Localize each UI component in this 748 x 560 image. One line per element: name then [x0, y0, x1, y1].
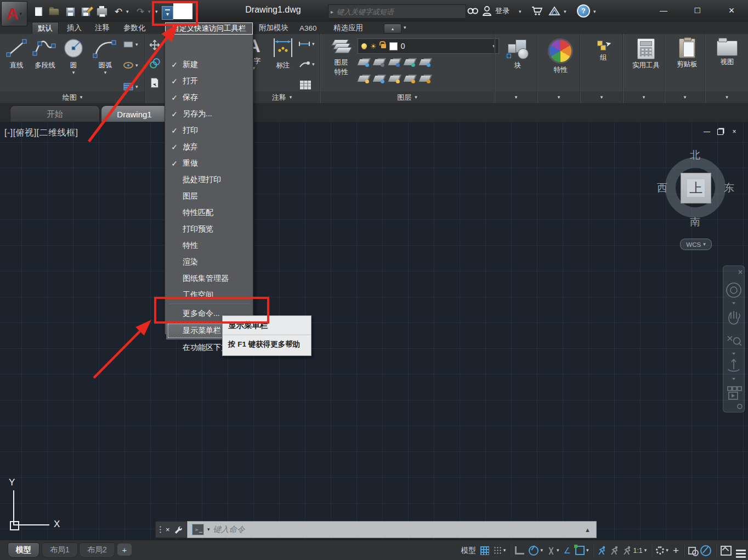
a360-dropdown-icon[interactable]: ▾ [564, 9, 566, 14]
annotation-scale-button[interactable]: 1:1 ▾ [623, 546, 647, 555]
panel-draw-strip[interactable]: 绘图 ▾ [0, 92, 145, 103]
command-prompt-dropdown-icon[interactable]: ▾ [207, 527, 210, 532]
panel-clipboard-strip[interactable]: ▾ [665, 92, 705, 103]
file-tab-drawing1[interactable]: Drawing1 [101, 105, 168, 122]
layer-tools-row2[interactable] [359, 76, 429, 82]
a360-icon[interactable] [548, 4, 560, 18]
panel-block-strip[interactable]: ▾ [495, 92, 537, 103]
undo-dropdown-icon[interactable]: ▾ [126, 9, 129, 14]
isometric-toggle[interactable]: ▾ [547, 547, 559, 555]
app-logo-button[interactable]: A ▾ [1, 1, 27, 26]
customize-wrench-icon[interactable] [174, 525, 182, 534]
menu-item-save[interactable]: ✓保存 [166, 89, 252, 106]
isolate-objects-button[interactable] [688, 547, 696, 555]
tool-copy-icon[interactable] [149, 58, 160, 71]
viewcube-top-face[interactable]: 上 [681, 173, 711, 203]
panel-utilities-expand-icon[interactable]: ▾ [643, 95, 645, 100]
menu-item-layer[interactable]: 图层 [166, 188, 252, 205]
save-as-button[interactable] [79, 5, 92, 18]
panel-annotate-strip[interactable]: 注释 ▾ [245, 92, 319, 103]
redo-button[interactable]: ↷ [134, 5, 147, 18]
tool-stretch-icon[interactable] [149, 77, 160, 91]
menu-item-plot-preview[interactable]: 打印预览 [166, 221, 252, 237]
command-input-area[interactable]: ＞_ ▾ 键入命令 ▲ [187, 521, 597, 538]
tool-table-icon[interactable] [299, 80, 311, 92]
sign-in-button[interactable]: 登录 [495, 4, 509, 18]
osnap-dropdown-icon[interactable]: ▾ [586, 548, 589, 553]
snap-dropdown-icon[interactable]: ▾ [503, 548, 506, 553]
menu-item-match-properties[interactable]: 特性匹配 [166, 205, 252, 221]
menu-item-batch-plot[interactable]: 批处理打印 [166, 172, 252, 188]
ucs-icon[interactable]: Y X [5, 477, 71, 538]
panel-clipboard-expand-icon[interactable]: ▾ [684, 95, 687, 100]
command-prompt-icon[interactable]: ＞_ [192, 524, 204, 535]
clean-screen-button[interactable] [721, 546, 732, 556]
tool-line[interactable]: 直线 [4, 37, 29, 70]
viewcube-west[interactable]: 西 [657, 181, 667, 195]
menu-item-undo[interactable]: ✓放弃 [166, 139, 252, 155]
annotation-autoscale-toggle[interactable] [610, 546, 619, 555]
command-placeholder[interactable]: 键入命令 [213, 524, 582, 535]
customization-menu-button[interactable] [736, 543, 746, 558]
workspace-switch-button[interactable]: ▾ [656, 546, 668, 555]
grid-toggle[interactable] [480, 546, 489, 555]
tool-move-icon[interactable] [149, 39, 160, 53]
tab-a360[interactable]: A360 [294, 22, 322, 34]
object-snap-toggle[interactable]: ▾ [575, 546, 589, 555]
tab-addins[interactable]: 附加模块 [253, 22, 294, 34]
isometric-dropdown-icon[interactable]: ▾ [557, 548, 559, 553]
wcs-dropdown[interactable]: WCS ▾ [680, 239, 712, 250]
layout-tab-model[interactable]: 模型 [8, 542, 39, 558]
menu-item-redo[interactable]: ✓重做 [166, 155, 252, 172]
panel-utilities-button[interactable]: 实用工具 [628, 38, 664, 70]
leader-dropdown-icon[interactable]: ▾ [312, 62, 315, 67]
undo-button[interactable]: ↶ [112, 5, 125, 18]
viewport-controls-label[interactable]: [-][俯视][二维线框] [4, 127, 78, 139]
tool-leader[interactable]: ▾ [298, 60, 315, 68]
panel-clipboard-button[interactable]: 剪贴板 [670, 38, 704, 69]
file-tab-start[interactable]: 开始 [10, 105, 100, 122]
menu-item-plot[interactable]: ✓打印 [166, 122, 252, 139]
grip-icon[interactable] [159, 525, 162, 534]
panel-view-strip[interactable]: ▾ [706, 92, 748, 103]
tab-default[interactable]: 默认 [32, 22, 59, 35]
customization-plus-button[interactable]: + [673, 545, 679, 557]
command-expand-icon[interactable]: ▲ [585, 527, 592, 533]
menu-item-render[interactable]: 渲染 [166, 254, 252, 270]
layout-tab-layout2[interactable]: 布局2 [79, 542, 115, 558]
panel-layers-expand-icon[interactable]: ▾ [415, 95, 417, 100]
tab-annotate[interactable]: 注释 [89, 22, 115, 34]
hatch-dropdown-icon[interactable]: ▾ [135, 84, 138, 89]
panel-properties-button[interactable]: 特性 [545, 38, 576, 75]
menu-item-open[interactable]: ✓打开 [166, 73, 252, 89]
menu-item-new[interactable]: ✓新建 [166, 56, 252, 73]
menu-item-properties[interactable]: 特性 [166, 237, 252, 254]
panel-block-button[interactable]: 块 [502, 38, 533, 70]
panel-properties-expand-icon[interactable]: ▾ [558, 95, 560, 100]
osnap-tracking-toggle[interactable]: ∠ [563, 546, 570, 555]
window-close-button[interactable]: × [721, 3, 743, 18]
layer-tools-row1[interactable] [359, 59, 429, 65]
linear-dim-dropdown-icon[interactable]: ▾ [312, 42, 315, 47]
user-icon[interactable] [483, 4, 491, 18]
drawing-close-button[interactable]: × [728, 127, 740, 136]
panel-group-expand-icon[interactable]: ▾ [600, 95, 603, 100]
arc-dropdown-icon[interactable]: ▾ [104, 70, 107, 75]
redo-dropdown-icon[interactable]: ▾ [148, 9, 151, 14]
tab-parametric[interactable]: 参数化 [118, 22, 151, 34]
panel-group-strip[interactable]: ▾ [581, 92, 622, 103]
viewcube-north[interactable]: 北 [690, 148, 700, 162]
open-file-button[interactable] [47, 5, 60, 18]
help-dropdown-icon[interactable]: ▾ [593, 9, 596, 14]
new-file-button[interactable] [32, 5, 45, 18]
tool-dimension[interactable]: 标注 [270, 36, 296, 70]
help-button[interactable]: ? [577, 4, 590, 18]
annotation-scale-dropdown-icon[interactable]: ▾ [644, 548, 647, 553]
app-store-cart-icon[interactable] [531, 4, 543, 18]
panel-utilities-strip[interactable]: ▾ [624, 92, 664, 103]
window-maximize-button[interactable]: □ [687, 3, 709, 18]
sign-in-dropdown-icon[interactable]: ▾ [519, 9, 522, 14]
ellipse-dropdown-icon[interactable]: ▾ [135, 63, 138, 68]
tool-polyline[interactable]: 多段线 [31, 37, 59, 70]
panel-annotate-expand-icon[interactable]: ▾ [290, 95, 292, 100]
